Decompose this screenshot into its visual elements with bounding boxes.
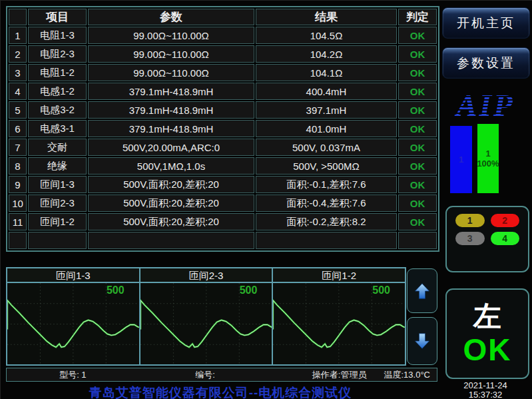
channel-indicator-panel: 1234 (445, 206, 529, 272)
waveform-title: 匝间1-3 (7, 268, 139, 283)
scale-label: 500 (240, 284, 258, 296)
channel-indicator-2[interactable]: 2 (491, 214, 520, 227)
row-item: 电感3-2 (28, 101, 87, 119)
datetime-display: 2021-11-24 15:37:32 (440, 381, 531, 399)
row-judge: OK (398, 195, 437, 212)
test-results-table: 项目 参数 结果 判定 1 电阻1-3 99.00Ω~110.00Ω 104.5… (6, 6, 439, 252)
row-param: 99.00Ω~110.00Ω (88, 27, 254, 44)
row-index: 1 (9, 27, 27, 44)
row-item: 匝间1-2 (28, 213, 87, 230)
bar-green-percent: 100% (477, 159, 499, 169)
side-label: 左 (473, 300, 501, 332)
arrow-up-icon (412, 281, 432, 301)
operator-label: 操作者:管理员 (312, 369, 367, 381)
row-judge (398, 232, 437, 249)
row-result: 500V, >500MΩ (256, 157, 397, 175)
table-row[interactable]: 10 匝间2-3 500V,面积:20,差积:20 面积:-0.4,差积:7.6… (9, 195, 437, 212)
channel-indicator-1[interactable]: 1 (455, 214, 485, 227)
col-header-param: 参数 (88, 9, 254, 25)
row-index: 7 (9, 139, 27, 156)
row-index (9, 232, 27, 249)
row-item (28, 232, 87, 249)
row-item: 电阻2-3 (28, 45, 87, 63)
row-index: 10 (9, 195, 27, 212)
row-param: 379.1mH-418.9mH (88, 83, 254, 100)
row-result: 400.4mH (256, 83, 397, 100)
row-result: 104.2Ω (256, 45, 397, 63)
row-item: 交耐 (28, 139, 87, 156)
row-item: 绝缘 (28, 157, 87, 175)
row-judge: OK (398, 64, 437, 81)
row-judge: OK (398, 27, 437, 44)
channel-indicator-4[interactable]: 4 (491, 232, 520, 245)
table-row[interactable]: 5 电感3-2 379.1mH-418.9mH 397.1mH OK (9, 101, 437, 119)
row-param: 500V,面积:20,差积:20 (88, 213, 254, 230)
table-row[interactable]: 4 电感1-2 379.1mH-418.9mH 400.4mH OK (9, 83, 437, 100)
table-row[interactable]: 1 电阻1-3 99.00Ω~110.00Ω 104.5Ω OK (9, 27, 437, 44)
row-item: 匝间2-3 (28, 195, 87, 212)
table-row[interactable]: 11 匝间1-2 500V,面积:20,差积:20 面积:-0.2,差积:8.2… (9, 213, 437, 230)
row-param: 500V,面积:20,差积:20 (88, 176, 254, 193)
row-index: 6 (9, 120, 27, 137)
scroll-down-button[interactable] (407, 317, 437, 365)
waveform-panel: 匝间1-3 500 匝间2-3 (6, 267, 406, 366)
waveform-title: 匝间2-3 (140, 268, 272, 283)
table-row[interactable]: 2 电阻2-3 99.00Ω~110.00Ω 104.2Ω OK (9, 45, 437, 63)
row-item: 电感3-1 (28, 120, 87, 137)
date-label: 2021-11-24 (440, 381, 531, 390)
settings-button[interactable]: 参数设置 (442, 47, 530, 79)
time-label: 15:37:32 (440, 390, 531, 399)
row-result: 104.5Ω (256, 27, 397, 44)
scale-label: 500 (372, 284, 390, 296)
table-row[interactable]: 8 绝缘 500V,1MΩ,1.0s 500V, >500MΩ OK (9, 157, 437, 175)
row-judge: OK (398, 45, 437, 63)
row-judge: OK (398, 120, 437, 137)
table-row[interactable]: 7 交耐 500V,20.00mA,ARC:0 500V, 0.037mA OK (9, 139, 437, 156)
row-result (256, 232, 397, 249)
waveform-section: 匝间1-3 500 (7, 268, 139, 364)
row-param: 500V,1MΩ,1.0s (88, 157, 254, 175)
row-param (88, 232, 254, 249)
model-label: 型号: 1 (7, 369, 139, 381)
row-result: 401.0mH (256, 120, 397, 137)
row-item: 电阻1-2 (28, 64, 87, 81)
row-index: 9 (9, 176, 27, 193)
row-result: 面积:-0.2,差积:8.2 (256, 213, 397, 230)
bar-green-label: 1 (485, 149, 490, 159)
company-footer: 青岛艾普智能仪器有限公司--电机综合测试仪 (1, 384, 440, 399)
table-row[interactable]: 9 匝间1-3 500V,面积:20,差积:20 面积:-0.1,差积:7.6 … (9, 176, 437, 193)
scroll-up-button[interactable] (407, 268, 437, 313)
table-row[interactable]: 6 电感3-1 379.1mH-418.9mH 401.0mH OK (9, 120, 437, 137)
aip-logo: AIP (440, 87, 531, 123)
waveform-plot: 500 (140, 283, 272, 364)
row-result: 104.1Ω (256, 64, 397, 81)
progress-bar-green: 1 100% (477, 124, 499, 193)
col-header-result: 结果 (256, 9, 397, 25)
test-result-panel: 左 OK (445, 288, 529, 379)
home-button[interactable]: 开机主页 (442, 7, 530, 39)
row-judge: OK (398, 213, 437, 230)
row-judge: OK (398, 157, 437, 175)
col-header-item: 项目 (28, 9, 87, 25)
row-param: 500V,20.00mA,ARC:0 (88, 139, 254, 156)
waveform-title: 匝间1-2 (273, 268, 405, 283)
table-row[interactable] (9, 232, 437, 249)
row-result: 500V, 0.037mA (256, 139, 397, 156)
row-judge: OK (398, 83, 437, 100)
row-index: 5 (9, 101, 27, 119)
row-index: 11 (9, 213, 27, 230)
row-param: 99.00Ω~110.00Ω (88, 45, 254, 63)
col-header-index (9, 9, 27, 25)
waveform-plot: 500 (7, 283, 139, 364)
bar-blue-label: 1 (459, 155, 463, 165)
row-judge: OK (398, 139, 437, 156)
row-index: 2 (9, 45, 27, 63)
row-item: 电感1-2 (28, 83, 87, 100)
channel-indicator-3[interactable]: 3 (455, 232, 485, 245)
row-param: 99.00Ω~110.00Ω (88, 64, 254, 81)
row-result: 面积:-0.4,差积:7.6 (256, 195, 397, 212)
row-result: 面积:-0.1,差积:7.6 (256, 176, 397, 193)
test-table-body: 1 电阻1-3 99.00Ω~110.00Ω 104.5Ω OK 2 电阻2-3… (9, 27, 437, 249)
temperature-label: 温度:13.0°C (384, 369, 430, 381)
table-row[interactable]: 3 电阻1-2 99.00Ω~110.00Ω 104.1Ω OK (9, 64, 437, 81)
